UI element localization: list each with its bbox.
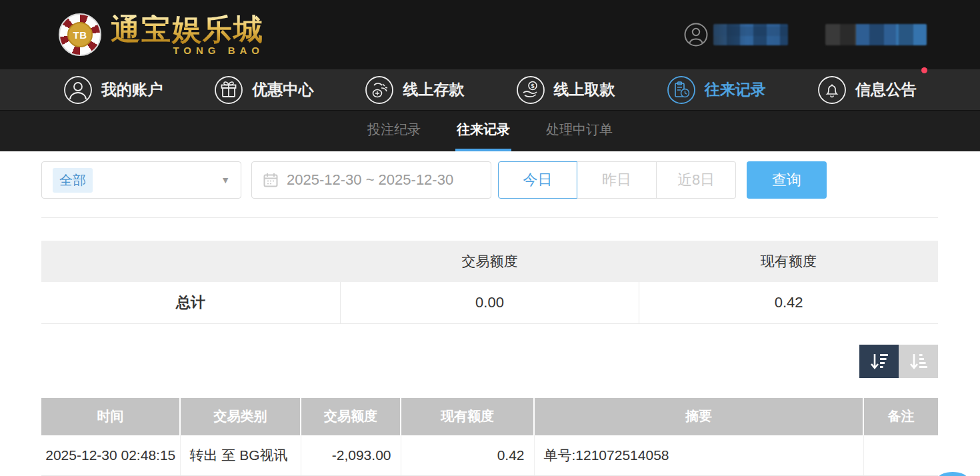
- account-icon: [63, 75, 93, 105]
- selected-type-chip: 全部: [53, 168, 93, 193]
- username-cell[interactable]: [684, 23, 788, 47]
- nav-label: 线上取款: [554, 79, 615, 100]
- nav-label: 线上存款: [403, 79, 464, 100]
- tab-betting-records[interactable]: 投注纪录: [366, 111, 422, 151]
- deposit-icon: [365, 75, 394, 105]
- section-divider: [41, 217, 938, 218]
- records-table: 时间 交易类别 交易额度 现有额度 摘要 备注 2025-12-30 02:48…: [41, 398, 938, 476]
- summary-transaction-amount: 0.00: [340, 282, 639, 323]
- quick-last8days-button[interactable]: 近8日: [657, 161, 736, 199]
- sort-ascending-button[interactable]: [899, 345, 938, 378]
- table-row: 2025-12-30 02:48:15 转出 至 BG视讯 -2,093.00 …: [41, 435, 938, 476]
- filter-row: 全部 ▼ 2025-12-30 ~ 2025-12-30 今日 昨日: [41, 161, 938, 199]
- col-note: 备注: [863, 398, 938, 435]
- cell-summary: 单号:121072514058: [534, 435, 863, 476]
- quick-today-button[interactable]: 今日: [498, 161, 577, 199]
- chip-label: TB: [67, 22, 93, 47]
- cell-note: [863, 435, 938, 476]
- quick-date-group: 今日 昨日 近8日: [498, 161, 736, 199]
- summary-header-empty: [41, 241, 340, 282]
- sub-tab-bar: 投注纪录 往来记录 处理中订单: [0, 111, 980, 151]
- tab-label: 处理中订单: [546, 121, 613, 139]
- nav-item-my-account[interactable]: 我的账户: [63, 75, 163, 105]
- quick-yesterday-button[interactable]: 昨日: [577, 161, 657, 199]
- summary-header-row: 交易额度 现有额度: [41, 241, 938, 282]
- summary-table: 交易额度 现有额度 总计 0.00 0.42: [41, 241, 938, 324]
- user-zone: [684, 23, 927, 47]
- quick-label: 今日: [523, 170, 553, 190]
- date-range-value: 2025-12-30 ~ 2025-12-30: [287, 171, 453, 189]
- col-amount: 交易额度: [301, 398, 401, 435]
- redacted-username: [713, 24, 788, 45]
- tab-pending-orders[interactable]: 处理中订单: [545, 111, 614, 151]
- nav-label: 优惠中心: [252, 79, 313, 100]
- calendar-icon: [263, 172, 279, 188]
- balance-cell[interactable]: [825, 24, 927, 45]
- sort-ascending-icon: [909, 352, 929, 371]
- nav-label: 往来记录: [705, 79, 766, 100]
- sort-descending-icon: [869, 352, 889, 371]
- poker-chip-icon: TB: [59, 13, 101, 56]
- nav-item-announcements[interactable]: 信息公告: [817, 75, 917, 105]
- bell-icon: [817, 75, 847, 105]
- user-avatar-icon: [684, 23, 708, 47]
- tab-transaction-records[interactable]: 往来记录: [455, 111, 511, 151]
- nav-label: 信息公告: [855, 79, 917, 100]
- redacted-balance: [825, 24, 927, 45]
- col-balance: 现有额度: [401, 398, 534, 435]
- brand-name-en: TONG BAO: [173, 45, 264, 55]
- unread-dot-badge: [921, 67, 927, 73]
- cell-amount: -2,093.00: [301, 435, 401, 476]
- sort-descending-button[interactable]: [859, 345, 899, 378]
- nav-item-withdraw[interactable]: $ 线上取款: [516, 75, 615, 105]
- summary-total-label: 总计: [41, 282, 340, 323]
- summary-current-amount: 0.42: [639, 282, 938, 323]
- records-icon: [667, 75, 696, 105]
- nav-item-transaction-records[interactable]: 往来记录: [667, 75, 766, 105]
- quick-label: 昨日: [602, 170, 631, 190]
- transaction-type-select[interactable]: 全部 ▼: [41, 161, 241, 199]
- tab-label: 投注纪录: [367, 121, 421, 139]
- brand-name-cn: 通宝娱乐城: [111, 15, 264, 44]
- sort-controls: [41, 345, 938, 378]
- search-button[interactable]: 查询: [747, 161, 827, 199]
- svg-text:$: $: [531, 83, 534, 89]
- brand-logo[interactable]: TB 通宝娱乐城 TONG BAO: [59, 13, 264, 56]
- withdraw-icon: $: [516, 75, 545, 105]
- summary-header-balance: 现有额度: [639, 241, 938, 282]
- records-header-row: 时间 交易类别 交易额度 现有额度 摘要 备注: [41, 398, 938, 435]
- cell-type: 转出 至 BG视讯: [180, 435, 301, 476]
- summary-header-transaction: 交易额度: [340, 241, 639, 282]
- col-summary: 摘要: [534, 398, 863, 435]
- tab-label: 往来记录: [457, 121, 510, 139]
- nav-item-deposit[interactable]: 线上存款: [365, 75, 464, 105]
- top-header: TB 通宝娱乐城 TONG BAO: [0, 0, 980, 69]
- main-nav: 我的账户 优惠中心 线上存款 $ 线上取款: [0, 69, 980, 111]
- col-type: 交易类别: [180, 398, 301, 435]
- cell-balance: 0.42: [401, 435, 534, 476]
- date-range-input[interactable]: 2025-12-30 ~ 2025-12-30: [251, 161, 491, 199]
- promo-gift-icon: [214, 75, 243, 105]
- nav-label: 我的账户: [101, 79, 163, 100]
- summary-total-row: 总计 0.00 0.42: [41, 282, 938, 323]
- content-area: 全部 ▼ 2025-12-30 ~ 2025-12-30 今日 昨日: [0, 151, 980, 476]
- chevron-down-icon: ▼: [221, 175, 230, 185]
- cell-time: 2025-12-30 02:48:15: [41, 435, 180, 476]
- nav-item-promotions[interactable]: 优惠中心: [214, 75, 313, 105]
- quick-label: 近8日: [677, 170, 715, 190]
- col-time: 时间: [41, 398, 180, 435]
